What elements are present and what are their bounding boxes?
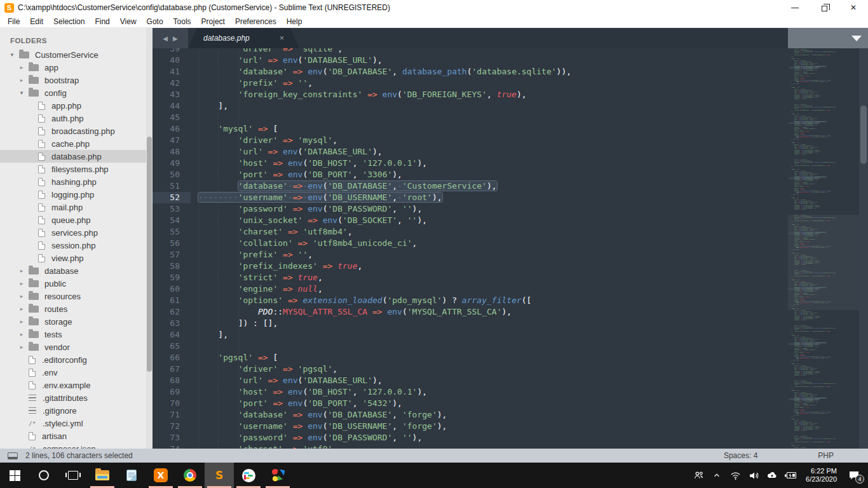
- code-line[interactable]: 52········'username'·=>·env('DB_USERNAME…: [153, 192, 788, 203]
- editor-scrollbar-thumb[interactable]: [860, 105, 867, 164]
- code-line[interactable]: 60 'engine' => null,: [153, 283, 788, 295]
- menu-item-edit[interactable]: Edit: [25, 16, 48, 27]
- tab-prev-icon[interactable]: ◀: [163, 35, 168, 42]
- sidebar-item-vendor[interactable]: ▸vendor: [0, 341, 146, 353]
- chevron-right-icon[interactable]: ▸: [17, 280, 26, 287]
- code-line[interactable]: 44 ],: [153, 100, 788, 112]
- sidebar-item-storage[interactable]: ▸storage: [0, 315, 146, 328]
- onedrive-cloud-icon[interactable]: [765, 468, 779, 483]
- sidebar-item-session-php[interactable]: session.php: [0, 239, 146, 252]
- code-line[interactable]: 73 'password' => env('DB_PASSWORD', ''),: [153, 432, 788, 444]
- taskbar-button-slack[interactable]: [234, 463, 263, 488]
- taskbar-button-start[interactable]: [0, 463, 29, 488]
- code-line[interactable]: 39 'driver' => 'sqlite',: [153, 48, 788, 55]
- sidebar-item-routes[interactable]: ▸routes: [0, 302, 146, 315]
- code-area[interactable]: 39 'driver' => 'sqlite',40 'url' => env(…: [153, 48, 788, 449]
- code-line[interactable]: 'charset' => 'utf8',: [788, 264, 859, 266]
- sidebar-item-mail-php[interactable]: mail.php: [0, 201, 146, 214]
- code-line[interactable]: 55 'charset' => 'utf8mb4',: [153, 226, 788, 238]
- taskbar-button-task-view[interactable]: [58, 463, 88, 488]
- chevron-right-icon[interactable]: ▸: [17, 64, 26, 71]
- code-line[interactable]: 'charset' => 'utf8',: [788, 320, 859, 321]
- code-line[interactable]: 47 'driver' => 'mysql',: [153, 135, 788, 146]
- sidebar-item-customerservice[interactable]: ▾CustomerService: [0, 48, 146, 61]
- menu-item-find[interactable]: Find: [90, 16, 114, 27]
- code-line[interactable]: 40 'url' => env('DATABASE_URL'),: [153, 55, 788, 66]
- code-line[interactable]: 'charset' => 'utf8',: [788, 375, 859, 376]
- code-line[interactable]: 43 'foreign_key_constraints' => env('DB_…: [153, 89, 788, 100]
- code-line[interactable]: 71 'database' => env('DB_DATABASE', 'for…: [153, 409, 788, 421]
- minimap[interactable]: 'driver' => 'sqlite', 'url' => env('DATA…: [788, 48, 859, 449]
- code-line[interactable]: 57 'prefix' => '',: [153, 249, 788, 261]
- taskbar-button-chrome[interactable]: [175, 463, 205, 488]
- menu-item-preferences[interactable]: Preferences: [230, 16, 281, 27]
- menu-item-goto[interactable]: Goto: [142, 16, 168, 27]
- sidebar-item-logging-php[interactable]: logging.php: [0, 188, 146, 201]
- code-line[interactable]: 51 'database'·=>·env('DB_DATABASE',·'Cus…: [153, 180, 788, 192]
- indent-setting[interactable]: Spaces: 4: [724, 451, 757, 460]
- code-line[interactable]: 56 'collation' => 'utf8mb4_unicode_ci',: [153, 238, 788, 249]
- menu-item-file[interactable]: File: [3, 16, 25, 27]
- sidebar-item-app-php[interactable]: app.php: [0, 99, 146, 112]
- sidebar-item-view-php[interactable]: view.php: [0, 252, 146, 264]
- code-line[interactable]: 59 'strict' => true,: [153, 272, 788, 283]
- chevron-right-icon[interactable]: ▸: [17, 344, 26, 350]
- taskbar-button-color-shapes-app[interactable]: [263, 463, 292, 488]
- sidebar-item-bootstrap[interactable]: ▸bootstrap: [0, 74, 146, 86]
- restore-button[interactable]: [810, 0, 839, 15]
- volume-icon[interactable]: [747, 468, 761, 483]
- code-line[interactable]: 68 'url' => env('DATABASE_URL'),: [153, 375, 788, 386]
- battery-charging-icon[interactable]: [783, 468, 797, 483]
- chevron-right-icon[interactable]: ▸: [17, 77, 26, 83]
- menu-item-view[interactable]: View: [115, 16, 142, 27]
- sidebar-item-tests[interactable]: ▸tests: [0, 328, 146, 341]
- editor-scrollbar[interactable]: [859, 48, 868, 449]
- chevron-right-icon[interactable]: ▸: [17, 306, 26, 312]
- tab-database-php[interactable]: database.php ×: [188, 28, 299, 48]
- chevron-right-icon[interactable]: ▸: [17, 293, 26, 299]
- tab-close-icon[interactable]: ×: [280, 34, 284, 43]
- code-line[interactable]: 61 'options' => extension_loaded('pdo_my…: [153, 295, 788, 306]
- sidebar-item-config[interactable]: ▾config: [0, 86, 146, 99]
- code-line[interactable]: 54 'unix_socket' => env('DB_SOCKET', '')…: [153, 215, 788, 226]
- code-line[interactable]: 50 'port' => env('DB_PORT', '3306'),: [153, 169, 788, 180]
- chevron-right-icon[interactable]: ▸: [17, 318, 26, 325]
- people-icon[interactable]: [691, 468, 705, 483]
- menu-item-project[interactable]: Project: [196, 16, 230, 27]
- sidebar-item-composer-json[interactable]: /*composer.json: [0, 442, 146, 449]
- menu-item-help[interactable]: Help: [281, 16, 308, 27]
- code-line[interactable]: 58 'prefix_indexes' => true,: [153, 261, 788, 272]
- code-line[interactable]: 69 'host' => env('DB_HOST', '127.0.0.1')…: [153, 386, 788, 398]
- code-line[interactable]: 70 'port' => env('DB_PORT', '5432'),: [153, 398, 788, 409]
- sidebar-item--env-example[interactable]: .env.example: [0, 379, 146, 391]
- menu-item-tools[interactable]: Tools: [168, 16, 196, 27]
- code-line[interactable]: 74 'charset' => 'utf8',: [153, 444, 788, 449]
- wifi-icon[interactable]: [728, 468, 742, 483]
- sidebar-item--env[interactable]: .env: [0, 366, 146, 379]
- code-line[interactable]: 'charset' => 'utf8',: [788, 98, 859, 100]
- sidebar-item--gitignore[interactable]: .gitignore: [0, 404, 146, 417]
- minimize-button[interactable]: ―: [780, 0, 810, 15]
- sidebar-item-artisan[interactable]: artisan: [0, 430, 146, 442]
- taskbar-clock[interactable]: 6:22 PM 6/23/2020: [802, 467, 841, 484]
- code-line[interactable]: 62 PDO::MYSQL_ATTR_SSL_CA => env('MYSQL_…: [153, 306, 788, 318]
- code-line[interactable]: 42 'prefix' => '',: [153, 78, 788, 89]
- code-line[interactable]: 67 'driver' => 'pgsql',: [153, 363, 788, 375]
- sidebar-item-app[interactable]: ▸app: [0, 61, 146, 74]
- code-line[interactable]: 41 'database' => env('DB_DATABASE', data…: [153, 66, 788, 78]
- tab-overflow-icon[interactable]: [851, 36, 862, 41]
- code-line[interactable]: 45: [153, 112, 788, 123]
- taskbar-button-sublime-text[interactable]: S: [205, 463, 234, 488]
- close-button[interactable]: ✕: [839, 0, 868, 15]
- sidebar-item-auth-php[interactable]: auth.php: [0, 112, 146, 125]
- code-line[interactable]: 'charset' => 'utf8',: [788, 154, 859, 155]
- sidebar-item-database-php[interactable]: database.php: [0, 150, 146, 163]
- code-line[interactable]: 'url' => env('DATABASE_URL'),: [788, 448, 859, 449]
- code-line[interactable]: 53 'password' => env('DB_PASSWORD', ''),: [153, 203, 788, 215]
- chevron-right-icon[interactable]: ▸: [17, 268, 26, 274]
- code-line[interactable]: 63 ]) : [],: [153, 318, 788, 329]
- sidebar-item--gitattributes[interactable]: .gitattributes: [0, 391, 146, 404]
- code-line[interactable]: 66 'pgsql' => [: [153, 352, 788, 363]
- code-line[interactable]: 64 ],: [153, 329, 788, 341]
- sidebar-item-resources[interactable]: ▸resources: [0, 290, 146, 302]
